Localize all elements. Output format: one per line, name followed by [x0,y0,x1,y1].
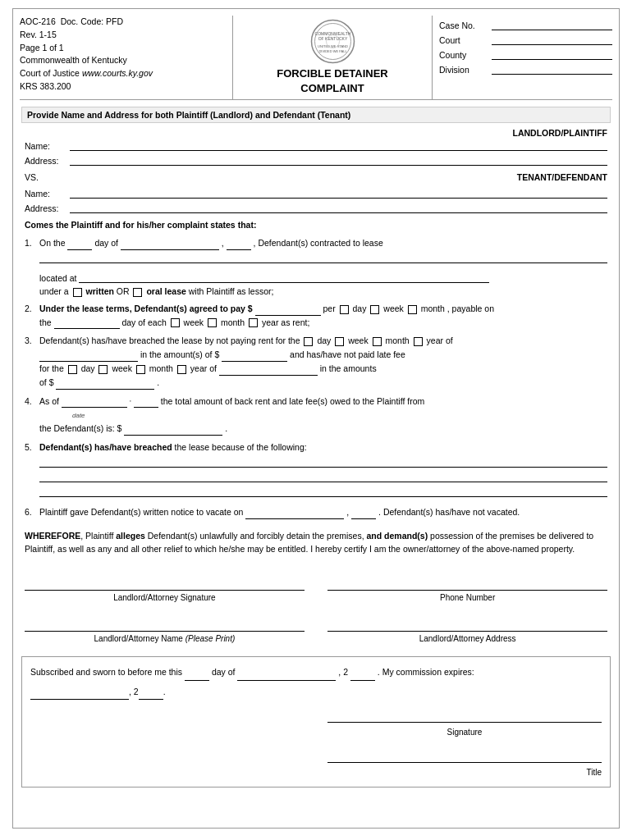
defendant-name-label: Name: [25,189,70,199]
item3-year-checkbox[interactable] [414,337,423,346]
item5-text: the lease because of the following: [175,442,307,452]
item1-day-field[interactable] [67,239,92,250]
plaintiff-address-row: Address: [21,154,611,166]
item3-month-checkbox[interactable] [373,337,382,346]
case-no-field[interactable] [492,19,612,30]
item-2-num: 2. [25,302,39,330]
item5-line3[interactable] [39,486,607,497]
landlord-name-line[interactable] [25,615,305,632]
division-field[interactable] [492,63,612,75]
item2-month-checkbox2[interactable] [208,318,217,327]
item3-for-the: for the [39,363,64,373]
division-label: Division [439,65,488,75]
notary-year-row: , 2 . [30,684,602,700]
phone-line[interactable] [327,574,607,591]
item5-line2[interactable] [39,471,607,482]
signature-section: Landlord/Attorney Signature Phone Number… [21,574,611,643]
landlord-address-block: Landlord/Attorney Address [327,615,607,643]
defendant-address-field[interactable] [70,202,607,213]
notary-sig-line[interactable] [327,706,602,723]
item1-date-field[interactable] [121,239,219,250]
item2-day-of-each: day of each [121,317,168,327]
item3-year-of-field[interactable] [219,364,318,376]
item2-week-checkbox[interactable] [370,305,379,314]
item3-year-field[interactable] [39,350,138,362]
notary-day-field[interactable] [185,669,209,681]
item6-year-field[interactable] [351,508,376,519]
defendant-address-row: Address: [21,202,611,213]
item2-year-checkbox[interactable] [249,318,258,327]
vs-label: VS. [25,172,39,182]
form-info: AOC-216 Doc. Code: PFD Rev. 1-15 Page 1 … [20,16,233,99]
item-2-content: Under the lease terms, Defendant(s) agre… [39,302,607,330]
item3-month-label: month [386,336,410,345]
notary-sig-label: Signature [327,725,602,740]
wherefore-section: WHEREFORE, Plaintiff alleges Defendant(s… [21,524,611,562]
located-at-row: located at [25,272,607,283]
county-field[interactable] [492,48,612,60]
website: www.courts.ky.gov [82,68,153,78]
item-1-num: 1. [25,236,39,267]
landlord-address-label: Landlord/Attorney Address [327,634,607,643]
item3-year-checkbox2[interactable] [177,365,186,374]
item2-amount-field[interactable] [255,304,321,316]
item2-day-of-month-field[interactable] [54,317,120,329]
case-no-label: Case No. [439,21,488,30]
date-label: date [72,411,85,422]
plaintiff-name-field[interactable] [70,139,607,151]
notary-year-prefix2: , 2 [129,684,139,700]
item3-month-checkbox2[interactable] [136,365,145,374]
notary-expires-field[interactable] [30,688,129,700]
located-at-field[interactable] [79,272,489,283]
item-5: 5. Defendant(s) has/have breached the le… [25,441,607,500]
svg-point-1 [314,24,350,60]
item6-date-field[interactable] [245,508,344,519]
item3-in-amounts: in the amounts [320,363,377,373]
item3-day-checkbox[interactable] [304,337,313,346]
landlord-sig-line[interactable] [25,574,305,591]
item1-lease-line[interactable] [39,252,607,263]
notary-title-line[interactable] [327,746,602,763]
item3-dollar-field[interactable] [56,378,154,390]
item2-week-checkbox2[interactable] [171,318,180,327]
kentucky-seal-icon: COMMONWEALTH OF KENTUCKY UNITED WE STAND… [310,19,355,64]
item4-date-field2[interactable] [134,396,158,408]
item3-week-checkbox[interactable] [335,337,344,346]
court-field[interactable] [492,34,612,45]
notary-title-label: Title [327,765,602,780]
sig-row-1: Landlord/Attorney Signature Phone Number [25,574,607,602]
county-label: County [439,50,488,60]
notary-year-field[interactable] [350,669,375,681]
item-1: 1. On the day of , , Defendant(s) contra… [25,236,607,267]
notary-expires-year-field[interactable] [139,688,163,700]
item5-line1[interactable] [39,456,607,468]
notary-commission-text: . My commission expires: [378,667,474,677]
item4-defendant-is: the Defendant(s) is: $ [39,423,121,433]
item2-week-label: week [383,304,404,313]
written-checkbox[interactable] [73,288,82,297]
item3-day-checkbox2[interactable] [68,365,77,374]
notary-year-prefix: , 2 [338,667,348,677]
item4-date-field1[interactable] [62,396,127,408]
defendant-address-label: Address: [25,203,70,213]
item2-month-checkbox[interactable] [408,305,417,314]
item-4-content: As of , the total amount of back rent an… [39,395,607,436]
tenant-defendant-label: TENANT/DEFENDANT [517,172,607,182]
item3-week-checkbox2[interactable] [98,365,108,374]
item1-day-of: day of [94,238,118,248]
landlord-name-label: Landlord/Attorney Name (Please Print) [25,634,305,643]
written-label: written [85,286,113,296]
item3-amount-field[interactable] [222,350,287,362]
notary-period: . [163,684,166,700]
item4-amount-field[interactable] [124,424,222,436]
landlord-address-line[interactable] [327,615,607,632]
commonwealth: Commonwealth of Kentucky [20,54,226,67]
doc-code: Doc. Code: PFD [61,16,123,26]
notary-month-field[interactable] [237,669,336,681]
item2-day-checkbox[interactable] [340,305,349,314]
oral-checkbox[interactable] [133,288,142,297]
plaintiff-address-field[interactable] [70,154,607,166]
defendant-name-field[interactable] [70,187,607,199]
item-4-num: 4. [25,395,39,436]
item1-year-field[interactable] [227,239,251,250]
